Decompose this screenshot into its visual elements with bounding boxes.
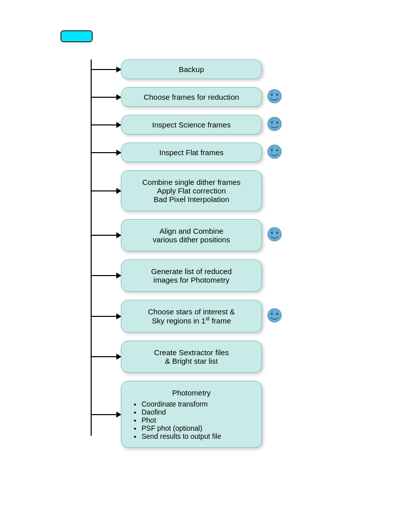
svg-point-11 [271, 147, 274, 150]
step-row-choose-frames: Choose frames for reduction [91, 87, 282, 107]
step-box-create-sextractor[interactable]: Create Sextractor files& Bright star lis… [121, 341, 262, 373]
step-row-generate-list: Generate list of reducedimages for Photo… [91, 259, 282, 292]
step-row-inspect-flat: Inspect Flat frames [91, 143, 282, 162]
arrow-choose-frames [91, 97, 121, 98]
svg-point-7 [271, 119, 274, 122]
svg-point-4 [268, 117, 282, 130]
step-row-choose-stars: Choose stars of interest &Sky regions in… [91, 300, 282, 332]
svg-point-6 [276, 121, 279, 123]
arrow-align-combine [91, 235, 121, 236]
steps-column: BackupChoose frames for reduction Inspec… [91, 59, 282, 456]
pipeline-title [60, 30, 93, 42]
step-box-choose-frames[interactable]: Choose frames for reduction [121, 87, 262, 107]
step-box-combine-dither[interactable]: Combine single dither framesApply Flat c… [121, 170, 262, 211]
step-row-combine-dither: Combine single dither framesApply Flat c… [91, 170, 282, 211]
svg-point-8 [268, 145, 282, 158]
step-row-backup: Backup [91, 59, 282, 79]
svg-point-2 [276, 93, 279, 96]
step-row-photometry: PhotometryCoordinate transformDaofindPho… [91, 381, 282, 448]
step-row-align-combine: Align and Combinevarious dither position… [91, 219, 282, 251]
step-row-create-sextractor: Create Sextractor files& Bright star lis… [91, 341, 282, 373]
step-box-generate-list[interactable]: Generate list of reducedimages for Photo… [121, 259, 262, 292]
flow-area: BackupChoose frames for reduction Inspec… [30, 59, 391, 456]
arrow-backup [91, 69, 121, 70]
step-box-align-combine[interactable]: Align and Combinevarious dither position… [121, 219, 262, 251]
svg-point-15 [271, 229, 274, 232]
svg-point-16 [268, 308, 282, 322]
step-box-photometry[interactable]: PhotometryCoordinate transformDaofindPho… [121, 381, 262, 448]
arrow-inspect-science [91, 124, 121, 125]
smiley-icon [267, 227, 282, 242]
smiley-icon [267, 144, 282, 159]
smiley-icon [267, 116, 282, 131]
arrow-choose-stars [91, 316, 121, 317]
diagram-container: BackupChoose frames for reduction Inspec… [0, 0, 411, 486]
svg-point-10 [276, 149, 279, 151]
step-box-inspect-flat[interactable]: Inspect Flat frames [121, 143, 262, 162]
smiley-icon [267, 308, 282, 323]
arrow-inspect-flat [91, 152, 121, 153]
svg-point-14 [276, 232, 279, 234]
svg-point-19 [271, 310, 274, 313]
arrow-generate-list [91, 275, 121, 276]
step-row-inspect-science: Inspect Science frames [91, 115, 282, 135]
smiley-icon [267, 89, 282, 104]
arrow-create-sextractor [91, 356, 121, 357]
svg-point-12 [268, 228, 282, 241]
svg-point-0 [268, 89, 282, 103]
step-box-choose-stars[interactable]: Choose stars of interest &Sky regions in… [121, 300, 262, 332]
step-box-backup[interactable]: Backup [121, 59, 262, 79]
step-box-inspect-science[interactable]: Inspect Science frames [121, 115, 262, 135]
arrow-combine-dither [91, 190, 121, 191]
svg-point-3 [271, 91, 274, 94]
arrow-photometry [91, 414, 121, 415]
svg-point-18 [276, 312, 279, 315]
